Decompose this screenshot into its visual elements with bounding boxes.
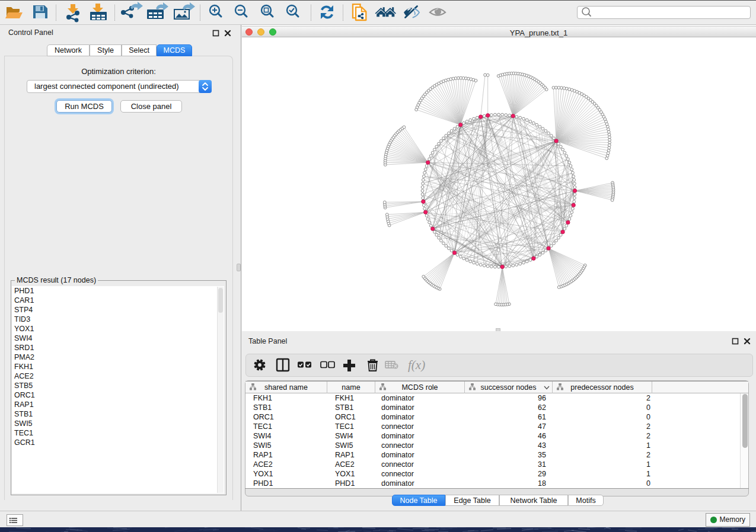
svg-text:f(x): f(x)	[408, 358, 425, 372]
